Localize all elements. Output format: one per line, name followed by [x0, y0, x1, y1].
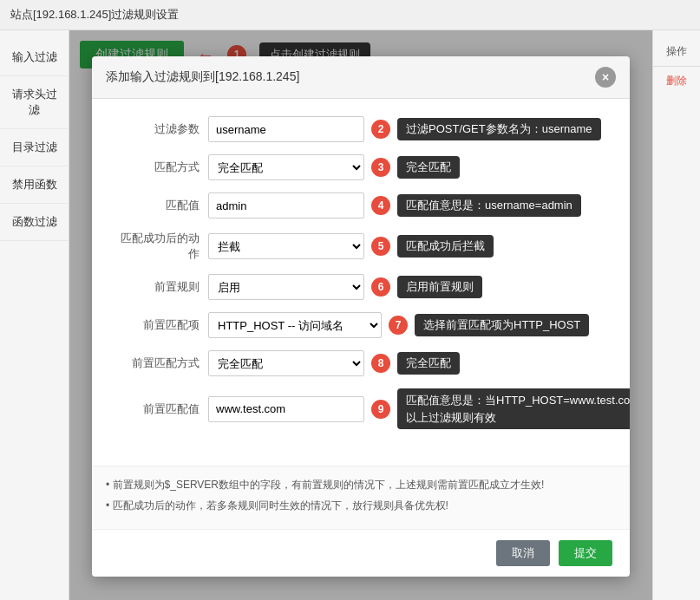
form-row-filter-param: 过滤参数 2 过滤POST/GET参数名为：username [113, 116, 609, 142]
modal-footer: 取消 提交 [92, 529, 630, 577]
pre-match-mode-label: 前置匹配方式 [113, 355, 200, 371]
pre-match-value-label: 前置匹配值 [113, 401, 200, 417]
filter-param-tip: 过滤POST/GET参数名为：username [397, 118, 601, 140]
filter-param-control: 2 过滤POST/GET参数名为：username [208, 116, 609, 142]
pre-match-value-input[interactable] [208, 396, 364, 422]
form-row-match-mode: 匹配方式 完全匹配 3 完全匹配 [113, 154, 609, 180]
sidebar-item-input-filter[interactable]: 输入过滤 [0, 39, 69, 76]
match-value-tip: 匹配值意思是：username=admin [397, 194, 581, 217]
pre-rule-label: 前置规则 [113, 279, 200, 295]
modal-body: 过滤参数 2 过滤POST/GET参数名为：username 匹配方式 [92, 99, 630, 459]
pre-match-value-control: 9 匹配值意思是：当HTTP_HOST=www.test.com时以上过滤规则有… [208, 388, 630, 429]
step5-num: 5 [371, 237, 390, 256]
sidebar-item-request-header[interactable]: 请求头过滤 [0, 76, 69, 129]
step9-num: 9 [371, 400, 390, 419]
modal-overlay: 添加输入过滤规则到[192.168.1.245] × 过滤参数 2 过滤POST… [69, 30, 652, 600]
main-content: 创建过滤规则 ← 1 点击创建过滤规则 添加输入过滤规则到[192.168.1.… [69, 30, 652, 600]
page-title: 站点[192.168.1.245]过滤规则设置 [10, 8, 179, 21]
form-row-action: 匹配成功后的动作 拦截 5 匹配成功后拦截 [113, 231, 609, 262]
main-container: 站点[192.168.1.245]过滤规则设置 输入过滤 请求头过滤 目录过滤 … [0, 0, 700, 600]
form-row-match-value: 匹配值 4 匹配值意思是：username=admin [113, 192, 609, 218]
right-panel: 操作 删除 [652, 30, 700, 600]
step8-num: 8 [371, 354, 390, 373]
note-1: • 前置规则为$_SERVER数组中的字段，有前置规则的情况下，上述规则需前置匹… [106, 477, 616, 492]
form-row-pre-rule: 前置规则 启用 6 启用前置规则 [113, 274, 609, 300]
action-control: 拦截 5 匹配成功后拦截 [208, 233, 609, 259]
match-mode-select[interactable]: 完全匹配 [208, 154, 364, 180]
pre-match-item-label: 前置匹配项 [113, 317, 200, 333]
step7-num: 7 [389, 316, 408, 335]
action-label: 匹配成功后的动作 [113, 231, 200, 262]
match-value-input[interactable] [208, 192, 364, 218]
pre-rule-select[interactable]: 启用 [208, 274, 364, 300]
sidebar-item-disabled-funcs[interactable]: 禁用函数 [0, 166, 69, 204]
filter-param-label: 过滤参数 [113, 121, 200, 137]
step6-num: 6 [371, 277, 390, 297]
cancel-button[interactable]: 取消 [496, 540, 550, 566]
step4-num: 4 [371, 196, 390, 215]
match-mode-tip: 完全匹配 [397, 156, 460, 179]
sidebar-item-directory-filter[interactable]: 目录过滤 [0, 129, 69, 166]
pre-rule-tip: 启用前置规则 [397, 276, 482, 298]
step3-num: 3 [371, 158, 390, 177]
action-tip: 匹配成功后拦截 [397, 235, 494, 258]
pre-rule-control: 启用 6 启用前置规则 [208, 274, 609, 300]
modal-close-button[interactable]: × [595, 67, 616, 88]
form-row-pre-match-value: 前置匹配值 9 匹配值意思是：当HTTP_HOST=www.test.com时以… [113, 388, 609, 429]
pre-match-mode-control: 完全匹配 8 完全匹配 [208, 350, 609, 376]
submit-button[interactable]: 提交 [559, 540, 612, 566]
sidebar: 输入过滤 请求头过滤 目录过滤 禁用函数 函数过滤 [0, 30, 69, 600]
pre-match-item-tip: 选择前置匹配项为HTTP_HOST [415, 314, 589, 336]
page-title-bar: 站点[192.168.1.245]过滤规则设置 [0, 0, 700, 30]
modal-header: 添加输入过滤规则到[192.168.1.245] × [92, 56, 630, 99]
modal-dialog: 添加输入过滤规则到[192.168.1.245] × 过滤参数 2 过滤POST… [92, 56, 630, 577]
sidebar-item-func-filter[interactable]: 函数过滤 [0, 204, 69, 241]
form-row-pre-match-mode: 前置匹配方式 完全匹配 8 完全匹配 [113, 350, 609, 376]
match-mode-label: 匹配方式 [113, 160, 200, 175]
modal-title: 添加输入过滤规则到[192.168.1.245] [106, 69, 299, 85]
pre-match-mode-select[interactable]: 完全匹配 [208, 350, 364, 376]
delete-button[interactable]: 删除 [653, 67, 700, 95]
right-panel-header: 操作 [653, 37, 700, 67]
match-mode-control: 完全匹配 3 完全匹配 [208, 154, 609, 180]
action-select[interactable]: 拦截 [208, 233, 364, 259]
notes-section: • 前置规则为$_SERVER数组中的字段，有前置规则的情况下，上述规则需前置匹… [92, 466, 630, 529]
pre-match-mode-tip: 完全匹配 [397, 352, 460, 375]
match-value-label: 匹配值 [113, 198, 200, 213]
match-value-control: 4 匹配值意思是：username=admin [208, 192, 609, 218]
form-row-pre-match-item: 前置匹配项 HTTP_HOST -- 访问域名 7 选择前置匹配项为HTTP_H… [113, 312, 609, 338]
content-area: 输入过滤 请求头过滤 目录过滤 禁用函数 函数过滤 创建过滤规则 ← 1 点击创… [0, 30, 700, 600]
step2-num: 2 [371, 120, 390, 139]
pre-match-item-select[interactable]: HTTP_HOST -- 访问域名 [208, 312, 382, 338]
pre-match-item-control: HTTP_HOST -- 访问域名 7 选择前置匹配项为HTTP_HOST [208, 312, 609, 338]
pre-match-value-tip: 匹配值意思是：当HTTP_HOST=www.test.com时以上过滤规则有效 [397, 388, 630, 429]
filter-param-input[interactable] [208, 116, 364, 142]
note-2: • 匹配成功后的动作，若多条规则同时生效的情况下，放行规则具备优先权! [106, 498, 616, 513]
